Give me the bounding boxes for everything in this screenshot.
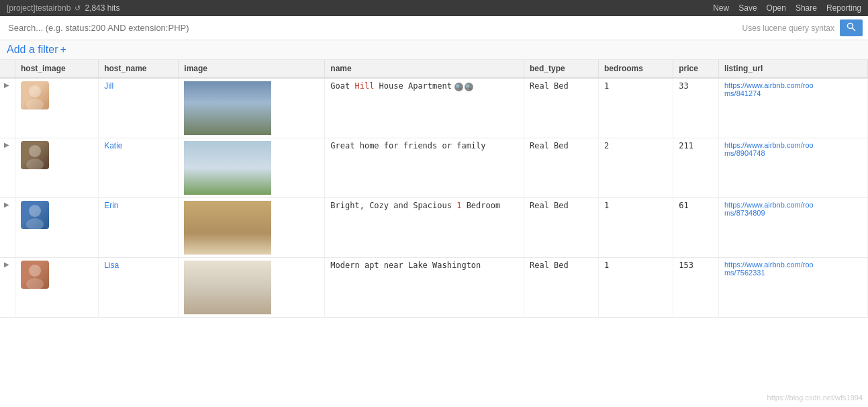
bed-type-cell: Real Bed bbox=[524, 198, 598, 258]
table-header: host_image host_name image name bed_type… bbox=[0, 60, 868, 78]
table-row: ▶ LisaModern apt near Lake WashingtonRea… bbox=[0, 258, 868, 318]
listing-image bbox=[184, 261, 271, 314]
listing-image-cell bbox=[179, 78, 325, 138]
refresh-icon[interactable]: ↺ bbox=[75, 4, 81, 13]
nav-save[interactable]: Save bbox=[738, 3, 757, 13]
listing-name-cell: Bright, Cozy and Spacious 1 Bedroom bbox=[325, 198, 524, 258]
listing-name-cell: Goat Hill House Apartment🔍🔍 bbox=[325, 78, 524, 138]
avatar bbox=[21, 141, 49, 169]
search-input[interactable] bbox=[5, 21, 737, 34]
listing-url-cell: https://www.airbnb.com/rooms/8734809 bbox=[718, 198, 867, 258]
listing-url-link[interactable]: https://www.airbnb.com/rooms/8734809 bbox=[724, 201, 832, 217]
price-cell: 61 bbox=[673, 198, 719, 258]
col-bed-type: bed_type bbox=[524, 60, 598, 78]
row-expand[interactable]: ▶ bbox=[0, 258, 15, 318]
listing-url-link[interactable]: https://www.airbnb.com/rooms/841274 bbox=[724, 81, 832, 97]
host-image-cell bbox=[15, 198, 99, 258]
table-body: ▶ JillGoat Hill House Apartment🔍🔍Real Be… bbox=[0, 78, 868, 318]
add-filter-button[interactable]: Add a filter + bbox=[7, 44, 861, 55]
host-name-cell: Jill bbox=[99, 78, 179, 138]
col-bedrooms: bedrooms bbox=[598, 60, 673, 78]
listing-image-cell bbox=[179, 258, 325, 318]
listing-url-cell: https://www.airbnb.com/rooms/7562331 bbox=[718, 258, 867, 318]
top-bar: [project]testairbnb ↺ 2,843 hits New Sav… bbox=[0, 0, 868, 16]
avatar bbox=[21, 81, 49, 109]
highlight: 1 bbox=[456, 201, 461, 210]
table-row: ▶ JillGoat Hill House Apartment🔍🔍Real Be… bbox=[0, 78, 868, 138]
row-expand[interactable]: ▶ bbox=[0, 138, 15, 198]
listing-image bbox=[184, 201, 271, 255]
plus-icon: + bbox=[60, 44, 66, 55]
nav-new[interactable]: New bbox=[713, 3, 729, 13]
bedrooms-cell: 1 bbox=[598, 78, 673, 138]
filter-bar: Add a filter + bbox=[0, 40, 868, 60]
svg-point-0 bbox=[848, 24, 853, 29]
nav-share[interactable]: Share bbox=[795, 3, 817, 13]
filter-icon[interactable]: 🔍 bbox=[454, 83, 463, 91]
search-hint: Uses lucene query syntax bbox=[742, 24, 834, 33]
svg-point-6 bbox=[29, 205, 41, 217]
listing-url-link[interactable]: https://www.airbnb.com/rooms/8904748 bbox=[724, 141, 832, 157]
project-label: [project]testairbnb bbox=[7, 3, 70, 13]
price-cell: 211 bbox=[673, 138, 719, 198]
svg-point-5 bbox=[26, 159, 44, 169]
svg-point-2 bbox=[29, 85, 41, 97]
bed-type-cell: Real Bed bbox=[524, 258, 598, 318]
row-expand[interactable]: ▶ bbox=[0, 78, 15, 138]
highlight: Hill bbox=[354, 81, 374, 91]
top-bar-nav: New Save Open Share Reporting bbox=[713, 3, 861, 13]
svg-line-1 bbox=[853, 28, 856, 32]
bed-type-cell: Real Bed bbox=[524, 78, 598, 138]
host-name-cell: Erin bbox=[99, 198, 179, 258]
bedrooms-cell: 1 bbox=[598, 258, 673, 318]
col-host-name: host_name bbox=[99, 60, 179, 78]
search-icon bbox=[847, 22, 856, 32]
col-expand bbox=[0, 60, 15, 78]
svg-point-4 bbox=[29, 145, 41, 157]
host-image-cell bbox=[15, 258, 99, 318]
listing-url-link[interactable]: https://www.airbnb.com/rooms/7562331 bbox=[724, 261, 832, 277]
price-cell: 33 bbox=[673, 78, 719, 138]
svg-point-3 bbox=[26, 99, 44, 109]
results-table: host_image host_name image name bed_type… bbox=[0, 60, 868, 318]
price-cell: 153 bbox=[673, 258, 719, 318]
host-image-cell bbox=[15, 78, 99, 138]
listing-url-cell: https://www.airbnb.com/rooms/841274 bbox=[718, 78, 867, 138]
avatar bbox=[21, 201, 49, 229]
avatar bbox=[21, 261, 49, 289]
col-host-image: host_image bbox=[15, 60, 99, 78]
exclude-icon[interactable]: 🔍 bbox=[465, 83, 473, 91]
col-image: image bbox=[179, 60, 325, 78]
listing-image-cell bbox=[179, 198, 325, 258]
avatar-svg bbox=[21, 81, 49, 109]
search-button[interactable] bbox=[840, 19, 863, 36]
listing-image-cell bbox=[179, 138, 325, 198]
add-filter-label: Add a filter bbox=[7, 44, 58, 55]
hits-count: 2,843 hits bbox=[85, 3, 119, 13]
table-row: ▶ KatieGreat home for friends or familyR… bbox=[0, 138, 868, 198]
listing-name-cell: Modern apt near Lake Washington bbox=[325, 258, 524, 318]
listing-url-cell: https://www.airbnb.com/rooms/8904748 bbox=[718, 138, 867, 198]
avatar-svg bbox=[21, 261, 49, 289]
col-price: price bbox=[673, 60, 719, 78]
host-image-cell bbox=[15, 138, 99, 198]
nav-open[interactable]: Open bbox=[767, 3, 786, 13]
bedrooms-cell: 2 bbox=[598, 138, 673, 198]
bedrooms-cell: 1 bbox=[598, 198, 673, 258]
avatar-svg bbox=[21, 201, 49, 229]
listing-image bbox=[184, 81, 271, 135]
listing-image bbox=[184, 141, 271, 195]
top-bar-left: [project]testairbnb ↺ 2,843 hits bbox=[7, 3, 119, 13]
svg-point-9 bbox=[26, 278, 44, 289]
svg-point-7 bbox=[26, 218, 44, 229]
results-table-wrapper: host_image host_name image name bed_type… bbox=[0, 60, 868, 318]
table-row: ▶ ErinBright, Cozy and Spacious 1 Bedroo… bbox=[0, 198, 868, 258]
nav-reporting[interactable]: Reporting bbox=[826, 3, 861, 13]
host-name-cell: Lisa bbox=[99, 258, 179, 318]
col-name: name bbox=[325, 60, 524, 78]
row-expand[interactable]: ▶ bbox=[0, 198, 15, 258]
avatar-svg bbox=[21, 141, 49, 169]
bed-type-cell: Real Bed bbox=[524, 138, 598, 198]
host-name-cell: Katie bbox=[99, 138, 179, 198]
col-listing-url: listing_url bbox=[718, 60, 867, 78]
